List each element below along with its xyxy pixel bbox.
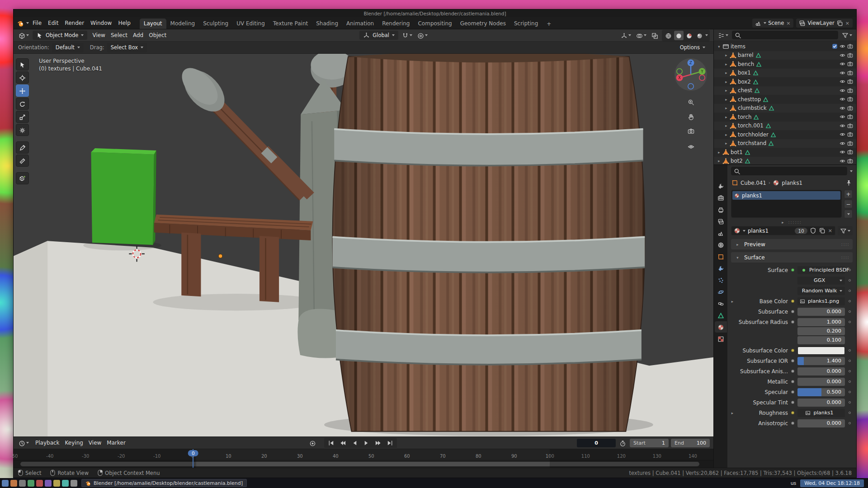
hide-viewport-toggle[interactable] xyxy=(839,70,846,76)
tool-annotate[interactable] xyxy=(16,141,29,154)
color-swatch-subsurface-color[interactable] xyxy=(797,347,845,355)
menu-subsurface-method[interactable]: Random Walk xyxy=(797,287,845,295)
material-slot-planks1[interactable]: planks1 xyxy=(732,191,840,200)
pin-icon[interactable] xyxy=(845,179,852,186)
disable-render-toggle[interactable] xyxy=(846,131,854,137)
proportional-editing-toggle[interactable] xyxy=(416,30,429,41)
properties-tab-constraints[interactable] xyxy=(715,298,727,309)
shading-material-button[interactable] xyxy=(684,31,694,40)
workspace-tab-scripting[interactable]: Scripting xyxy=(510,19,542,29)
hide-viewport-toggle[interactable] xyxy=(839,43,846,49)
disclosure-icon[interactable]: ▸ xyxy=(716,150,722,155)
browse-material-chevron-icon[interactable] xyxy=(743,230,745,232)
link-roughness[interactable]: planks1 xyxy=(797,409,845,417)
taskbar-app-icon[interactable] xyxy=(45,480,52,487)
prev-key-button[interactable] xyxy=(337,438,349,447)
outliner-editor-type-button[interactable] xyxy=(717,30,730,40)
workspace-tab-texture-paint[interactable]: Texture Paint xyxy=(269,19,312,29)
viewlayer-copy-icon[interactable] xyxy=(836,20,843,27)
tool-scale[interactable] xyxy=(16,111,29,123)
animate-decorator-icon[interactable] xyxy=(847,287,852,292)
properties-search-field[interactable] xyxy=(731,167,847,175)
scene-selector[interactable]: Scene × xyxy=(752,19,793,28)
tool-move[interactable] xyxy=(16,84,29,97)
slider-specular-tint[interactable]: 0.000 xyxy=(797,399,845,407)
workspace-tab-compositing[interactable]: Compositing xyxy=(414,19,456,29)
animate-decorator-icon[interactable] xyxy=(847,409,852,414)
menu-distribution[interactable]: GGX xyxy=(797,277,845,285)
hide-viewport-toggle[interactable] xyxy=(839,158,846,164)
properties-tab-render[interactable] xyxy=(715,192,727,203)
navigation-gizmo[interactable]: Z X Y xyxy=(674,57,708,92)
slider-metallic[interactable]: 0.000 xyxy=(797,378,845,386)
hide-viewport-toggle[interactable] xyxy=(839,141,846,146)
outliner-search-input[interactable] xyxy=(744,32,835,38)
shading-options-chevron-icon[interactable] xyxy=(705,34,708,36)
tool-cursor[interactable] xyxy=(16,71,29,84)
taskbar-app-icon[interactable] xyxy=(2,480,9,487)
outliner-row-box1[interactable]: ▸box1 xyxy=(714,69,856,78)
disable-render-toggle[interactable] xyxy=(846,96,854,102)
disable-render-toggle[interactable] xyxy=(846,70,854,76)
play-button[interactable] xyxy=(361,438,372,447)
outliner-row-chesttop[interactable]: ▸chesttop xyxy=(714,95,856,104)
link-base-color[interactable]: planks1.png xyxy=(797,297,845,305)
animate-decorator-icon[interactable] xyxy=(847,277,852,282)
outliner-row-barrel[interactable]: ▸barrel xyxy=(714,51,856,60)
disable-render-toggle[interactable] xyxy=(846,105,854,111)
slider-subsurface-anisotropy[interactable]: 0.000 xyxy=(797,367,845,375)
animate-decorator-icon[interactable] xyxy=(847,367,852,372)
properties-search-input[interactable] xyxy=(743,168,844,174)
hide-viewport-toggle[interactable] xyxy=(839,96,846,102)
workspace-tab-animation[interactable]: Animation xyxy=(342,19,378,29)
outliner-row-bot2[interactable]: ▸bot2 xyxy=(714,157,856,165)
panel-grip-icon[interactable]: :::: xyxy=(841,255,849,260)
properties-tab-output[interactable] xyxy=(715,204,727,215)
viewlayer-unlink-icon[interactable]: × xyxy=(845,20,850,26)
menu-help[interactable]: Help xyxy=(115,19,133,28)
timeline-menu-keying[interactable]: Keying xyxy=(62,438,86,447)
remove-slot-button[interactable]: − xyxy=(844,200,853,208)
workspace-tab-layout[interactable]: Layout xyxy=(140,19,166,29)
orientation-dropdown[interactable]: Default xyxy=(52,43,84,52)
outliner-row-items[interactable]: ▾items xyxy=(714,42,856,51)
slider-subsurface-ior[interactable]: 1.400 xyxy=(797,357,845,365)
disable-render-toggle[interactable] xyxy=(846,61,854,67)
shading-wireframe-button[interactable] xyxy=(664,31,673,40)
next-key-button[interactable] xyxy=(373,438,384,447)
timeline-ruler[interactable]: -50-40-30-20-100102030405060708090100110… xyxy=(14,449,713,460)
workspace-tab-modeling[interactable]: Modeling xyxy=(166,19,199,29)
taskbar-app-icon[interactable] xyxy=(53,480,60,487)
fake-user-icon[interactable] xyxy=(810,227,816,234)
timeline-menu-playback[interactable]: Playback xyxy=(33,438,62,447)
window-titlebar[interactable]: Blender [/home/amalie/Desktop/blender/ca… xyxy=(14,9,856,17)
disclosure-icon[interactable]: ▸ xyxy=(723,62,730,66)
frame-end-field[interactable]: End100 xyxy=(671,439,710,447)
editor-type-button[interactable] xyxy=(17,30,30,41)
workspace-tab-shading[interactable]: Shading xyxy=(312,19,342,29)
properties-tab-scene[interactable] xyxy=(715,227,727,239)
animate-decorator-icon[interactable] xyxy=(847,388,852,393)
animate-decorator-icon[interactable] xyxy=(847,347,852,352)
hide-viewport-toggle[interactable] xyxy=(839,79,846,84)
outliner-row-torchholder[interactable]: ▸torchholder xyxy=(714,130,856,139)
show-overlays-toggle[interactable] xyxy=(635,30,648,41)
properties-tab-object-data[interactable] xyxy=(715,310,727,321)
disable-render-toggle[interactable] xyxy=(846,88,854,94)
breadcrumb-material[interactable]: planks1 xyxy=(782,180,802,186)
slider-anisotropic[interactable]: 0.000 xyxy=(797,419,845,427)
properties-tab-tool[interactable] xyxy=(715,180,727,192)
animate-decorator-icon[interactable] xyxy=(847,357,852,362)
drag-dropdown[interactable]: Select Box xyxy=(107,43,147,52)
viewport-menu-view[interactable]: View xyxy=(90,31,108,40)
workspace-tab-rendering[interactable]: Rendering xyxy=(378,19,414,29)
properties-tab-object[interactable] xyxy=(715,251,727,262)
material-slot-list[interactable]: planks1 xyxy=(731,190,842,218)
snapping-toggle[interactable] xyxy=(401,30,414,41)
tool-transform[interactable] xyxy=(16,124,29,136)
hide-viewport-toggle[interactable] xyxy=(839,114,846,120)
outliner-row-torch[interactable]: ▸torch xyxy=(714,113,856,122)
taskbar-app-icon[interactable] xyxy=(10,480,17,487)
tool-tweak[interactable] xyxy=(16,58,29,70)
outliner-row-chest[interactable]: ▸chest xyxy=(714,86,856,95)
